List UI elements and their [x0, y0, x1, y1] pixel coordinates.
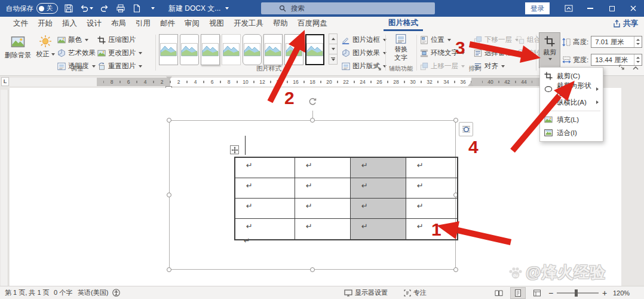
page-indicator[interactable]: 第 1 页, 共 1 页	[5, 286, 50, 299]
layout-options-button[interactable]	[459, 122, 473, 136]
tab-help[interactable]: 帮助	[268, 16, 293, 31]
focus-button[interactable]: 专注	[404, 286, 427, 299]
artistic-effects-button[interactable]: 艺术效果	[57, 47, 102, 59]
table-move-handle[interactable]	[230, 145, 239, 154]
tab-baidu-netdisk[interactable]: 百度网盘	[293, 16, 332, 31]
first-line-indent-marker[interactable]	[166, 77, 172, 80]
collapse-ribbon-button[interactable]	[632, 64, 639, 72]
close-button[interactable]	[622, 0, 644, 17]
web-layout-button[interactable]	[529, 287, 545, 299]
picture-style-thumbnail[interactable]	[284, 34, 303, 65]
tab-developer[interactable]: 开发工具	[229, 16, 268, 31]
menu-item-fit[interactable]: 适合(I)	[540, 126, 603, 139]
table-cell[interactable]: ↵	[406, 219, 457, 239]
document-table[interactable]: ↵↵↵↵↵↵↵↵↵↵↵↵↵↵↵↵	[234, 157, 458, 240]
table-cell[interactable]: ↵	[406, 158, 457, 178]
picture-style-thumbnail[interactable]	[222, 34, 241, 65]
read-mode-button[interactable]	[491, 287, 507, 299]
size-dialog-launcher[interactable]	[619, 64, 625, 72]
zoom-slider-thumb[interactable]	[575, 289, 578, 297]
resize-handle-top-left[interactable]	[167, 118, 171, 123]
display-settings-button[interactable]: 显示器设置	[344, 286, 388, 299]
word-count[interactable]: 0 个字	[54, 286, 72, 299]
table-cell[interactable]: ↵	[295, 158, 351, 178]
tab-insert[interactable]: 插入	[57, 16, 82, 31]
remove-background-button[interactable]: 删除背景	[4, 35, 32, 60]
table-cell[interactable]: ↵	[351, 219, 406, 239]
table-cell[interactable]: ↵	[235, 178, 295, 199]
height-spinner[interactable]	[634, 36, 642, 47]
gallery-more-button[interactable]	[329, 54, 338, 65]
resize-handle-middle-left[interactable]	[167, 193, 171, 197]
menu-item-aspect-ratio[interactable]: 纵横比(A)	[540, 96, 603, 109]
picture-style-thumbnail[interactable]	[263, 34, 283, 65]
gallery-scroll-down-button[interactable]	[329, 44, 338, 54]
table-cell[interactable]: ↵	[351, 178, 406, 199]
color-button[interactable]: 颜色	[57, 34, 88, 45]
document-page[interactable]: ↵↵↵↵↵↵↵↵↵↵↵↵↵↵↵↵ ↵	[10, 88, 621, 286]
right-indent-marker[interactable]	[468, 83, 474, 86]
picture-styles-dialog-launcher[interactable]	[376, 65, 382, 73]
zoom-out-button[interactable]: −	[548, 286, 553, 299]
change-picture-button[interactable]: 更改图片	[97, 47, 142, 59]
table-cell[interactable]: ↵	[351, 199, 406, 219]
resize-handle-bottom-center[interactable]	[310, 267, 315, 272]
picture-style-thumbnail[interactable]	[243, 34, 262, 65]
tab-mailings[interactable]: 邮件	[155, 16, 180, 31]
table-cell[interactable]: ↵	[351, 158, 406, 178]
document-title[interactable]: 新建 DOCX 文...	[168, 0, 229, 17]
autosave-toggle[interactable]: 自动保存 关	[6, 3, 58, 14]
menu-item-fill[interactable]: 填充(L)	[540, 113, 603, 126]
search-box[interactable]: 搜索	[261, 2, 435, 14]
tab-references[interactable]: 引用	[131, 16, 155, 31]
print-layout-button[interactable]	[510, 287, 526, 299]
maximize-button[interactable]	[601, 0, 622, 17]
tab-picture-format[interactable]: 图片格式	[384, 15, 423, 31]
zoom-in-button[interactable]: +	[602, 286, 607, 299]
picture-style-thumbnail[interactable]	[201, 34, 220, 65]
table-cell[interactable]: ↵	[295, 178, 351, 199]
tab-view[interactable]: 视图	[204, 16, 229, 31]
tab-home[interactable]: 开始	[33, 16, 57, 31]
picture-style-thumbnail[interactable]	[159, 34, 178, 65]
picture-style-thumbnail-selected[interactable]	[305, 34, 324, 65]
picture-style-thumbnail[interactable]	[180, 34, 199, 65]
tab-design[interactable]: 设计	[82, 16, 106, 31]
tab-file[interactable]: 文件	[8, 16, 33, 31]
wrap-text-button[interactable]: 环绕文字	[420, 47, 465, 59]
print-button[interactable]	[115, 1, 126, 16]
table-cell[interactable]: ↵	[406, 178, 457, 199]
send-backward-button[interactable]: 下移一层	[474, 34, 519, 45]
tab-review[interactable]: 审阅	[180, 16, 204, 31]
alt-text-button[interactable]: 替换 文字	[388, 33, 413, 61]
redo-button[interactable]	[99, 1, 110, 16]
compress-pictures-button[interactable]: 压缩图片	[97, 34, 136, 45]
table-cell[interactable]: ↵	[295, 199, 351, 219]
undo-button[interactable]	[79, 1, 94, 16]
minimize-button[interactable]	[579, 0, 601, 17]
corrections-button[interactable]: 校正	[35, 35, 56, 59]
table-cell[interactable]: ↵	[235, 199, 295, 219]
crop-button[interactable]: 裁剪	[539, 32, 560, 68]
gallery-scroll-up-button[interactable]	[329, 33, 338, 44]
table-cell[interactable]: ↵	[406, 199, 457, 219]
quick-access-more-button[interactable]	[148, 1, 158, 16]
share-button[interactable]: 共享	[613, 19, 638, 29]
document-preview-button[interactable]	[131, 1, 142, 16]
login-button[interactable]: 登录	[525, 2, 550, 14]
language-indicator[interactable]: 英语(美国)	[78, 286, 108, 299]
resize-handle-bottom-right[interactable]	[453, 267, 458, 272]
zoom-level[interactable]: 120%	[613, 286, 630, 299]
resize-handle-top-right[interactable]	[453, 118, 458, 123]
position-button[interactable]: 位置	[420, 34, 451, 45]
tab-layout[interactable]: 布局	[106, 16, 131, 31]
height-input[interactable]: 7.01 厘米	[591, 36, 642, 48]
menu-item-crop-to-shape[interactable]: 裁剪为形状(S)	[540, 83, 603, 96]
zoom-slider-track[interactable]	[557, 292, 599, 294]
rotation-handle[interactable]	[308, 97, 317, 108]
save-button[interactable]	[63, 1, 74, 16]
table-cell[interactable]: ↵	[235, 158, 295, 178]
table-cell[interactable]: ↵	[295, 219, 351, 239]
ribbon-display-options-button[interactable]	[558, 0, 579, 17]
vertical-ruler[interactable]	[1, 90, 8, 286]
